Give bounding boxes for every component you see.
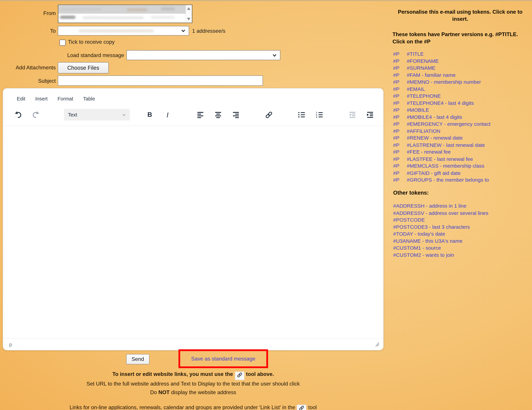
token-link[interactable]: #MEMCLASS - membership class bbox=[407, 163, 484, 169]
token-link[interactable]: #ADDRESSH - address in 1 line bbox=[393, 203, 466, 209]
bullet-list-button[interactable] bbox=[297, 110, 306, 119]
token-link[interactable]: #LASTFEE - last renewal fee bbox=[407, 156, 473, 162]
partner-prefix-link[interactable]: #P bbox=[393, 79, 407, 85]
numbered-list-icon: 1 2 3 bbox=[315, 111, 323, 119]
partner-prefix-link[interactable]: #P bbox=[393, 120, 407, 128]
align-center-button[interactable] bbox=[213, 110, 223, 119]
token-link[interactable]: #POSTCODE bbox=[393, 217, 425, 223]
partner-prefix-link[interactable]: #P bbox=[393, 156, 407, 163]
link-tool-icon bbox=[235, 372, 244, 380]
redacted-content bbox=[161, 8, 175, 10]
editor-menubar: Edit Insert Format Table bbox=[3, 88, 383, 104]
token-link[interactable]: #EMAIL bbox=[407, 86, 425, 92]
token-link[interactable]: #TODAY - today's date bbox=[393, 231, 445, 237]
partner-prefix-link[interactable]: #P bbox=[393, 72, 407, 79]
load-standard-select[interactable] bbox=[127, 50, 280, 60]
token-link[interactable]: #CUSTOM1 - source bbox=[393, 245, 441, 251]
partner-prefix-link[interactable]: #P bbox=[393, 114, 407, 120]
menu-format[interactable]: Format bbox=[53, 94, 78, 103]
menu-table[interactable]: Table bbox=[79, 94, 100, 103]
partner-prefix-link[interactable]: #P bbox=[393, 107, 407, 113]
token-link[interactable]: #GROUPS - the member belongs to bbox=[407, 177, 489, 183]
token-link[interactable]: #FORENAME bbox=[407, 58, 439, 64]
token-link[interactable]: #POSTCODE3 - last 3 characters bbox=[393, 224, 470, 229]
other-token-row: #POSTCODE bbox=[393, 217, 530, 223]
subject-label: Subject bbox=[0, 78, 56, 84]
partner-prefix-link[interactable]: #P bbox=[393, 92, 407, 100]
token-link[interactable]: #TELEPHONE bbox=[407, 93, 441, 99]
subject-input[interactable] bbox=[58, 75, 263, 86]
token-link[interactable]: #ADDRESSV - address over several lines bbox=[393, 210, 488, 216]
scroll-up-icon[interactable] bbox=[187, 7, 190, 10]
other-token-row: #POSTCODE3 - last 3 characters bbox=[393, 223, 530, 230]
partner-prefix-link[interactable]: #P bbox=[393, 64, 407, 71]
resize-handle-icon[interactable] bbox=[375, 342, 379, 346]
token-link[interactable]: #GIFTAID - gift aid date bbox=[407, 170, 461, 175]
token-link[interactable]: #TELEPHONE4 - last 4 digits bbox=[407, 100, 474, 106]
italic-button[interactable]: I bbox=[163, 110, 172, 119]
token-link[interactable]: #CUSTOM2 - wants to join bbox=[393, 252, 454, 258]
partner-token-row: #P#TITLE bbox=[393, 50, 530, 57]
receive-copy-checkbox[interactable] bbox=[59, 40, 66, 46]
save-standard-message-link[interactable]: Save as standard message bbox=[191, 356, 255, 362]
token-link[interactable]: #AFFILIATION bbox=[407, 128, 440, 134]
scroll-down-icon[interactable] bbox=[187, 18, 190, 20]
undo-button[interactable] bbox=[13, 110, 23, 119]
partner-prefix-link[interactable]: #P bbox=[393, 177, 407, 183]
partner-prefix-link[interactable]: #P bbox=[393, 100, 407, 107]
partner-prefix-link[interactable]: #P bbox=[393, 142, 407, 148]
menu-edit[interactable]: Edit bbox=[12, 94, 30, 103]
numbered-list-button[interactable]: 1 2 3 bbox=[314, 110, 324, 119]
format-select[interactable]: Text bbox=[64, 109, 130, 120]
redacted-content bbox=[60, 8, 102, 11]
bullet-list-icon bbox=[298, 111, 305, 119]
send-button[interactable]: Send bbox=[126, 354, 150, 364]
from-listbox[interactable] bbox=[58, 4, 192, 23]
partner-prefix-link[interactable]: #P bbox=[393, 135, 407, 141]
footer-note-3: Do NOT display the website address bbox=[0, 389, 386, 395]
outdent-button[interactable] bbox=[347, 110, 357, 119]
partner-token-row: #P#MOBILE bbox=[393, 107, 530, 113]
align-left-button[interactable] bbox=[196, 110, 205, 119]
other-token-row: #ADDRESSV - address over several lines bbox=[393, 210, 530, 216]
token-link[interactable]: #EMERGENCY - emergency contact bbox=[407, 121, 490, 127]
token-link[interactable]: #FAM - familiar name bbox=[407, 72, 456, 78]
menu-insert[interactable]: Insert bbox=[31, 94, 52, 103]
footer-note-4: Links for on-line applications, renewals… bbox=[0, 404, 386, 410]
partner-prefix-link[interactable]: #P bbox=[393, 128, 407, 135]
from-label: From bbox=[0, 10, 56, 16]
redacted-content bbox=[79, 29, 154, 32]
footer-note-4-prefix: Links for on-line applications, renewals… bbox=[70, 404, 295, 410]
token-link[interactable]: #FEE - renewal fee bbox=[407, 149, 451, 155]
token-link[interactable]: #SURNAME bbox=[407, 65, 435, 71]
editor-content-area[interactable] bbox=[3, 126, 383, 338]
to-select[interactable] bbox=[58, 26, 189, 36]
from-option-selected[interactable] bbox=[58, 5, 186, 14]
align-center-icon bbox=[214, 111, 222, 119]
token-link[interactable]: #RENEW - renewal date bbox=[407, 135, 463, 141]
footer-note-3-suffix: display the website address bbox=[170, 389, 236, 395]
partner-prefix-link[interactable]: #P bbox=[393, 169, 407, 176]
token-link[interactable]: #MOBILE bbox=[407, 107, 429, 113]
redacted-content bbox=[60, 16, 76, 19]
redo-button[interactable] bbox=[31, 110, 41, 119]
partner-prefix-link[interactable]: #P bbox=[393, 50, 407, 57]
choose-files-button[interactable]: Choose Files bbox=[58, 62, 109, 73]
bold-button[interactable]: B bbox=[145, 110, 155, 119]
token-link[interactable]: #TITLE bbox=[407, 51, 424, 56]
partner-token-row: #P#TELEPHONE4 - last 4 digits bbox=[393, 100, 530, 107]
link-tool-icon bbox=[297, 405, 307, 410]
align-right-button[interactable] bbox=[231, 110, 241, 119]
token-link[interactable]: #U3ANAME - this U3A's name bbox=[393, 238, 463, 244]
partner-prefix-link[interactable]: #P bbox=[393, 58, 407, 64]
indent-button[interactable] bbox=[365, 110, 375, 119]
from-scrollbar[interactable] bbox=[186, 5, 192, 22]
partner-prefix-link[interactable]: #P bbox=[393, 148, 407, 155]
insert-link-button[interactable] bbox=[264, 110, 274, 119]
token-link[interactable]: #MEMNO - membership number bbox=[407, 79, 481, 85]
partner-prefix-link[interactable]: #P bbox=[393, 163, 407, 169]
token-link[interactable]: #LASTRENEW - last renewal date bbox=[407, 142, 485, 148]
from-option[interactable] bbox=[58, 14, 186, 22]
partner-prefix-link[interactable]: #P bbox=[393, 86, 407, 92]
token-link[interactable]: #MOBILE4 - last 4 digits bbox=[407, 114, 462, 120]
